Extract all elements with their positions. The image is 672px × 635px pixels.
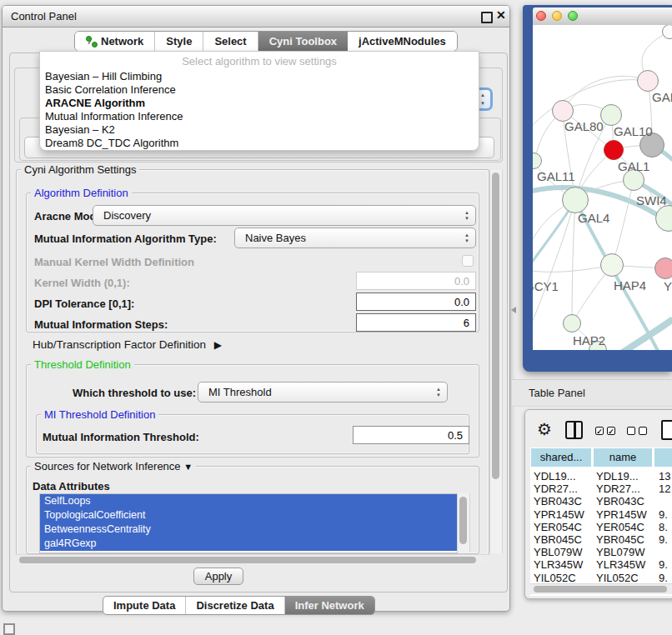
table-row[interactable]: YBR043C YBR043C	[530, 495, 672, 508]
dpi-tolerance-label: DPI Tolerance [0,1]:	[34, 298, 134, 310]
scrollbar-thumb[interactable]	[534, 586, 667, 592]
node-label: GCY1	[533, 279, 559, 293]
dpi-tolerance-input[interactable]	[356, 292, 476, 311]
settings-vertical-scrollbar[interactable]	[489, 170, 503, 553]
kernel-width-input[interactable]	[356, 272, 476, 290]
combo-stepper-icon: ▲▼	[459, 210, 475, 222]
network-icon	[86, 36, 97, 47]
dropdown-item[interactable]: Basic Correlation Inference	[45, 83, 474, 97]
table-row[interactable]: YDR27... YDR27... 12	[530, 482, 672, 495]
column-header-partial[interactable]	[654, 448, 672, 468]
table-row[interactable]: YIL052C YIL052C 9.	[530, 572, 672, 584]
which-threshold-combo[interactable]: MI Threshold ▲▼	[198, 382, 448, 402]
scrollbar-thumb[interactable]	[492, 172, 499, 479]
checked-checkbox-icon[interactable]: ✓	[595, 427, 604, 435]
control-panel-tabbar: Network Style Select Cyni Toolbox jActiv…	[74, 31, 458, 52]
table-row[interactable]: YER054C YER054C 8.	[530, 521, 672, 533]
mi-type-combo[interactable]: Naive Bayes ▲▼	[234, 228, 476, 248]
tab-cyni-toolbox[interactable]: Cyni Toolbox	[258, 32, 348, 51]
attribute-item-selected[interactable]: BetweennessCentrality	[40, 522, 457, 537]
threshold-definition-title: Threshold Definition	[31, 358, 134, 371]
node-label: GAL11	[537, 169, 575, 183]
tab-select[interactable]: Select	[203, 32, 258, 51]
manual-kernel-checkbox[interactable]	[462, 255, 474, 267]
node[interactable]	[654, 258, 672, 279]
mi-threshold-input[interactable]	[353, 426, 469, 444]
node-label: SWI4	[636, 193, 667, 208]
attribute-item-selected[interactable]: TopologicalCoefficient	[40, 508, 457, 522]
node-selected[interactable]	[604, 140, 624, 160]
table-row[interactable]: YDL19... YDL19... 13	[530, 470, 672, 482]
node[interactable]	[563, 314, 581, 332]
cyni-bottom-tabbar: Impute Data Discretize Data Infer Networ…	[103, 596, 375, 615]
table-row[interactable]: YPR145W YPR145W 9.	[530, 508, 672, 521]
node[interactable]	[562, 187, 589, 213]
scrollbar-thumb[interactable]	[19, 557, 476, 563]
node-label: GAL80	[564, 119, 604, 133]
table-row[interactable]: YLR345W YLR345W 9.	[530, 558, 672, 571]
table-horizontal-scrollbar[interactable]	[530, 583, 672, 594]
expander-expanded-icon: ▼	[183, 462, 193, 472]
close-icon[interactable]: ✕	[496, 8, 506, 22]
control-panel-titlebar: Control Panel ✕	[3, 6, 509, 28]
hub-definition-expander[interactable]: Hub/Transcription Factor Definition ▶	[33, 338, 222, 351]
mi-steps-input[interactable]	[356, 313, 476, 332]
dropdown-item[interactable]: Mutual Information Inference	[45, 110, 474, 123]
network-view-window: GAL GAL80 GAL10 GAL1 GAL11 SWI4 GAL4 HAP…	[523, 5, 672, 372]
mac-close-icon[interactable]	[536, 11, 546, 21]
node-label: GAL1	[618, 159, 649, 173]
tab-infer-network[interactable]: Infer Network	[285, 597, 374, 614]
node-label: Y	[664, 279, 672, 293]
tab-style[interactable]: Style	[155, 32, 203, 51]
attributes-scrollbar[interactable]	[457, 493, 470, 552]
dropdown-item-selected[interactable]: ARACNE Algorithm	[45, 97, 474, 110]
dropdown-item[interactable]: Dream8 DC_TDC Algorithm	[45, 137, 474, 150]
control-panel-title: Control Panel	[11, 10, 77, 22]
scrollbar-thumb[interactable]	[459, 497, 467, 544]
mac-minimize-icon[interactable]	[552, 11, 562, 21]
node[interactable]	[662, 25, 672, 39]
data-attributes-label: Data Attributes	[33, 480, 110, 492]
mi-threshold-group-title: MI Threshold Definition	[41, 408, 158, 421]
node[interactable]	[600, 253, 624, 277]
minimized-window-icon[interactable]	[3, 623, 15, 635]
column-header-shared-name[interactable]: shared...	[530, 448, 592, 468]
tab-network[interactable]: Network	[75, 32, 155, 51]
kernel-width-label: Kernel Width (0,1):	[34, 277, 130, 289]
dropdown-item[interactable]: Bayesian – Hill Climbing	[45, 70, 474, 83]
node[interactable]	[637, 70, 659, 92]
mi-type-label: Mutual Information Algorithm Type:	[34, 232, 217, 245]
combo-stepper-icon: ▲▼	[430, 387, 447, 398]
tab-impute-data[interactable]: Impute Data	[103, 597, 186, 614]
node-table: shared... name YDL19... YDL19... 13 YDR2…	[530, 448, 672, 596]
which-threshold-label: Which threshold to use:	[73, 387, 196, 399]
panel-divider-grip[interactable]	[511, 307, 516, 313]
gear-icon[interactable]: ⚙	[537, 419, 552, 439]
unchecked-checkbox-icon[interactable]	[627, 427, 635, 435]
settings-horizontal-scrollbar[interactable]	[17, 554, 489, 565]
network-window-titlebar[interactable]	[533, 8, 672, 26]
app-root: Control Panel ✕ Network Style Select Cyn…	[0, 0, 672, 635]
document-icon[interactable]	[661, 420, 672, 440]
checked-checkbox-icon[interactable]: ✓	[607, 427, 615, 435]
attribute-item-selected[interactable]: SelfLoops	[40, 494, 457, 508]
mac-zoom-icon[interactable]	[568, 11, 578, 21]
float-window-icon[interactable]	[481, 12, 493, 23]
apply-button[interactable]: Apply	[193, 568, 243, 585]
aracne-mode-combo[interactable]: Discovery ▲▼	[93, 205, 476, 226]
tab-jactivemnodules[interactable]: jActiveMNodules	[348, 32, 457, 51]
expander-collapsed-icon: ▶	[214, 339, 222, 351]
table-row[interactable]: YBL079W YBL079W	[530, 546, 672, 558]
attribute-item-selected[interactable]: gal4RGexp	[40, 537, 457, 551]
unchecked-checkbox-icon[interactable]	[639, 427, 647, 435]
tab-discretize-data[interactable]: Discretize Data	[186, 597, 284, 614]
column-header-name[interactable]: name	[593, 448, 653, 468]
network-canvas[interactable]: GAL GAL80 GAL10 GAL1 GAL11 SWI4 GAL4 HAP…	[533, 25, 672, 350]
table-row[interactable]: YBR045C YBR045C 9.	[530, 533, 672, 546]
sources-expander[interactable]: Sources for Network Inference ▼	[31, 460, 196, 472]
table-panel-title: Table Panel	[529, 387, 585, 399]
dropdown-item[interactable]: Bayesian – K2	[45, 123, 474, 137]
node-label: HAP4	[614, 278, 646, 292]
node[interactable]	[600, 104, 622, 126]
split-columns-icon[interactable]	[565, 421, 583, 439]
